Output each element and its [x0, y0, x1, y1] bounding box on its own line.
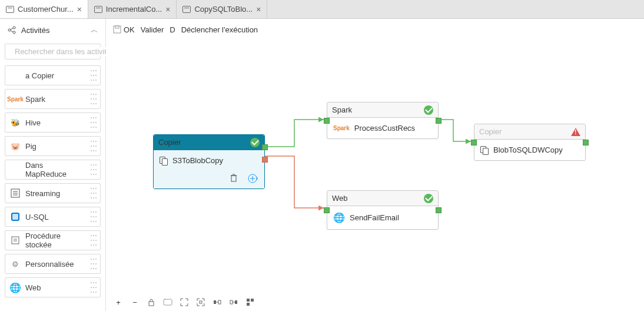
storedproc-icon — [10, 235, 21, 246]
port-in[interactable] — [324, 118, 330, 124]
node-s3toblobcopy[interactable]: Copier S3ToBlobCopy — [153, 134, 265, 189]
grip-icon — [91, 117, 97, 128]
hive-icon: 🐝 — [10, 117, 21, 128]
svg-rect-24 — [200, 301, 202, 303]
port-success[interactable] — [436, 207, 441, 213]
debug-button[interactable]: D — [170, 25, 175, 34]
svg-rect-26 — [218, 300, 221, 304]
svg-rect-14 — [114, 26, 121, 33]
nav1-icon[interactable] — [212, 297, 223, 307]
svg-rect-22 — [149, 302, 154, 306]
tab-copysqltoblob[interactable]: CopySQLToBlo... × — [177, 0, 267, 18]
grip-icon — [91, 259, 97, 269]
grip-icon — [91, 141, 97, 151]
zoom-out-icon[interactable]: − — [130, 297, 140, 307]
activity-pig[interactable]: 🐷Pig — [5, 136, 101, 156]
add-output-icon[interactable] — [248, 173, 258, 184]
toolbar-label: D — [170, 25, 175, 34]
pipeline-icon — [6, 6, 14, 13]
validate-button[interactable]: Valider — [141, 25, 164, 34]
pipeline-icon — [182, 6, 191, 13]
activity-label: Dans MapReduce — [25, 161, 86, 178]
node-type: Copier — [158, 138, 181, 147]
svg-rect-25 — [214, 300, 216, 304]
activity-custom[interactable]: ⚙Personnalisée — [5, 254, 101, 274]
svg-rect-33 — [247, 303, 250, 306]
activity-label: Streaming — [25, 189, 86, 198]
copy-icon — [160, 157, 168, 165]
search-input[interactable] — [15, 47, 114, 56]
svg-rect-11 — [12, 237, 19, 244]
lock-icon[interactable] — [146, 297, 157, 307]
pipeline-canvas[interactable]: Copier S3ToBlobCopy Spark SparkProcessCu… — [106, 40, 644, 292]
canvas-toolbar: OK Valider D Déclencher l'exécution — [106, 19, 644, 40]
zoom-in-icon[interactable]: + — [113, 297, 124, 307]
node-blobtosqldwcopy[interactable]: Copier BlobToSQLDWCopy — [474, 124, 586, 161]
grip-icon — [91, 211, 97, 222]
save-button[interactable]: OK — [113, 25, 135, 34]
align-icon[interactable] — [245, 297, 255, 307]
node-type: Web — [332, 194, 348, 203]
tab-bar: CustomerChur... × IncrementalCo... × Cop… — [0, 0, 644, 19]
tab-incrementalcopy[interactable]: IncrementalCo... × — [88, 0, 177, 18]
share-icon — [7, 25, 16, 35]
node-type: Copier — [479, 127, 502, 136]
svg-rect-23 — [164, 299, 172, 305]
gear-icon: ⚙ — [10, 259, 21, 269]
toolbar-label: Valider — [141, 25, 164, 34]
port-success[interactable] — [436, 118, 441, 124]
svg-line-4 — [11, 31, 13, 32]
trigger-button[interactable]: Déclencher l'exécution — [181, 25, 258, 34]
node-processcustrecs[interactable]: Spark SparkProcessCustRecs — [327, 102, 439, 139]
port-success[interactable] — [583, 140, 589, 145]
close-icon[interactable]: × — [77, 5, 82, 14]
activity-web[interactable]: 🌐Web — [5, 277, 101, 297]
close-icon[interactable]: × — [165, 5, 170, 14]
copy-icon — [480, 146, 489, 154]
activity-copy[interactable]: a Copier — [5, 65, 101, 85]
activity-mapreduce[interactable]: Dans MapReduce — [5, 160, 101, 180]
svg-rect-31 — [247, 299, 250, 302]
activity-usql[interactable]: U-SQL — [5, 207, 101, 227]
mapreduce-icon — [10, 164, 21, 175]
tab-label: IncrementalCo... — [106, 5, 162, 14]
spark-icon: Spark — [10, 94, 21, 104]
svg-point-1 — [13, 27, 15, 29]
activity-storedproc[interactable]: Procédure stockée — [5, 230, 101, 250]
tab-customerchurn[interactable]: CustomerChur... × — [0, 0, 88, 18]
status-ok-icon — [250, 138, 260, 147]
toolbar-label: Déclencher l'exécution — [181, 25, 258, 34]
port-in[interactable] — [471, 140, 477, 145]
activity-label: Web — [25, 283, 86, 292]
search-box[interactable] — [5, 44, 101, 59]
svg-rect-29 — [235, 300, 237, 304]
sidebar-title: Activités — [21, 26, 49, 35]
grip-icon — [91, 282, 97, 293]
activity-label: Personnalisée — [25, 260, 86, 269]
port-in[interactable] — [324, 207, 330, 213]
chevron-up-icon[interactable]: ︿ — [91, 25, 98, 35]
port-failure[interactable] — [262, 157, 268, 163]
pig-icon: 🐷 — [10, 141, 21, 151]
nav2-icon[interactable] — [228, 297, 239, 307]
web-icon: 🌐 — [333, 212, 345, 223]
port-success[interactable] — [262, 144, 268, 150]
svg-rect-15 — [115, 26, 119, 28]
node-sendfailemail[interactable]: Web 🌐SendFailEmail — [327, 190, 439, 230]
grip-icon — [91, 235, 97, 246]
fullscreen-icon[interactable] — [195, 297, 206, 307]
svg-line-3 — [11, 28, 13, 29]
activity-hive[interactable]: 🐝Hive — [5, 113, 101, 133]
status-error-icon — [571, 128, 580, 136]
node-label: BlobToSQLDWCopy — [493, 145, 563, 154]
delete-icon[interactable] — [229, 173, 238, 183]
activity-streaming[interactable]: Streaming — [5, 183, 101, 203]
sidebar-header[interactable]: Activités ︿ — [0, 19, 105, 41]
svg-rect-28 — [230, 300, 233, 304]
grip-icon — [91, 164, 97, 175]
streaming-icon — [10, 188, 21, 198]
activity-spark[interactable]: SparkSpark — [5, 89, 101, 109]
code-icon[interactable] — [162, 297, 173, 307]
close-icon[interactable]: × — [256, 5, 261, 14]
fit-icon[interactable] — [179, 297, 190, 307]
